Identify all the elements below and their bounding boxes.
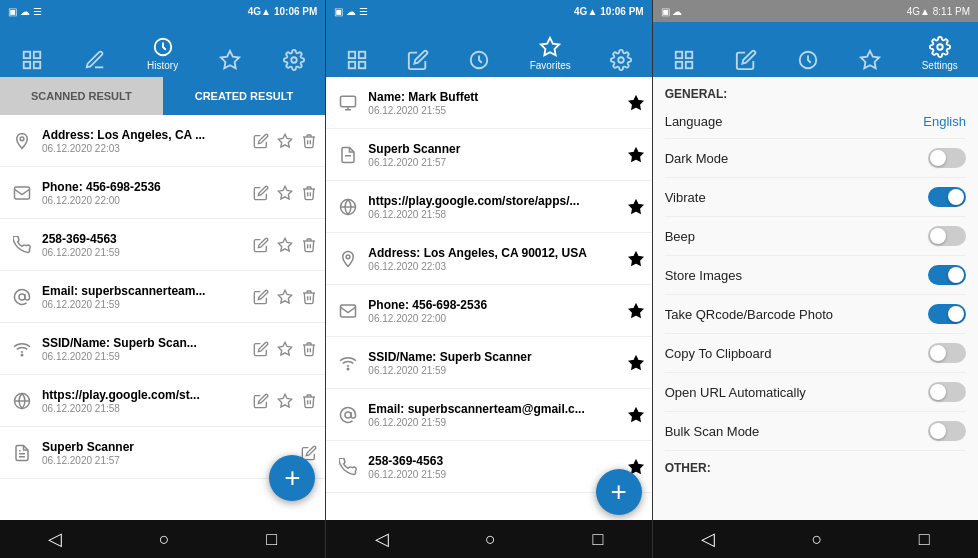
star-filled-icon[interactable] xyxy=(628,147,644,163)
item-date: 06.12.2020 21:59 xyxy=(42,247,253,258)
back-button[interactable]: ◁ xyxy=(375,528,389,550)
fab-button-2[interactable]: + xyxy=(596,469,642,515)
svg-point-37 xyxy=(346,254,350,258)
delete-icon[interactable] xyxy=(301,237,317,253)
star-filled-icon[interactable] xyxy=(628,407,644,423)
bulk-scan-toggle[interactable] xyxy=(928,421,966,441)
take-photo-toggle[interactable] xyxy=(928,304,966,324)
network-indicator: 4G▲ xyxy=(574,6,597,17)
tab-created[interactable]: CREATED RESULT xyxy=(163,77,326,115)
item-icon-wifi xyxy=(334,354,362,372)
svg-rect-1 xyxy=(33,52,39,58)
delete-icon[interactable] xyxy=(301,185,317,201)
svg-rect-9 xyxy=(15,187,30,199)
edit-icon[interactable] xyxy=(253,393,269,409)
edit-icon[interactable] xyxy=(253,289,269,305)
delete-icon[interactable] xyxy=(301,133,317,149)
item-icon-wifi xyxy=(8,340,36,358)
nav-scan[interactable] xyxy=(338,49,376,71)
recent-button[interactable]: □ xyxy=(592,529,603,550)
list-item[interactable]: Superb Scanner 06.12.2020 21:57 + xyxy=(0,427,325,479)
item-content: 258-369-4563 06.12.2020 21:59 xyxy=(362,454,627,480)
nav-create[interactable] xyxy=(727,49,765,71)
nav-favorites[interactable] xyxy=(851,49,889,71)
star-icon[interactable] xyxy=(277,133,293,149)
edit-icon[interactable] xyxy=(253,341,269,357)
nav-create[interactable] xyxy=(399,49,437,71)
list-item[interactable]: Address: Los Angeles, CA 90012, USA 06.1… xyxy=(326,233,651,285)
nav-history[interactable] xyxy=(460,49,498,71)
list-item[interactable]: SSID/Name: Superb Scanner 06.12.2020 21:… xyxy=(326,337,651,389)
item-date: 06.12.2020 22:03 xyxy=(368,261,627,272)
item-content: Superb Scanner 06.12.2020 21:57 xyxy=(36,440,301,466)
delete-icon[interactable] xyxy=(301,393,317,409)
item-icon-email xyxy=(8,184,36,202)
star-filled-icon[interactable] xyxy=(628,303,644,319)
list-item[interactable]: Address: Los Angeles, CA ... 06.12.2020 … xyxy=(0,115,325,167)
recent-button[interactable]: □ xyxy=(266,529,277,550)
store-images-toggle[interactable] xyxy=(928,265,966,285)
back-button[interactable]: ◁ xyxy=(701,528,715,550)
nav-history[interactable] xyxy=(789,49,827,71)
darkmode-toggle[interactable] xyxy=(928,148,966,168)
nav-history[interactable]: History xyxy=(139,36,186,71)
svg-rect-48 xyxy=(676,62,682,68)
star-icon[interactable] xyxy=(277,341,293,357)
delete-icon[interactable] xyxy=(301,289,317,305)
nav-settings-active[interactable]: Settings xyxy=(914,36,966,71)
beep-toggle[interactable] xyxy=(928,226,966,246)
status-left-icons: ▣ ☁ ☰ xyxy=(334,6,368,17)
item-actions xyxy=(628,407,644,423)
fab-button[interactable]: + xyxy=(269,455,315,501)
home-button[interactable]: ○ xyxy=(811,529,822,550)
nav-settings[interactable] xyxy=(602,49,640,71)
edit-icon[interactable] xyxy=(253,185,269,201)
star-filled-icon[interactable] xyxy=(628,199,644,215)
list-item[interactable]: 258-369-4563 06.12.2020 21:59 + xyxy=(326,441,651,493)
svg-rect-24 xyxy=(359,62,365,68)
item-title: 258-369-4563 xyxy=(42,232,253,246)
list-item[interactable]: SSID/Name: Superb Scan... 06.12.2020 21:… xyxy=(0,323,325,375)
home-button[interactable]: ○ xyxy=(485,529,496,550)
svg-point-27 xyxy=(618,57,624,63)
list-item[interactable]: Phone: 456-698-2536 06.12.2020 22:00 xyxy=(326,285,651,337)
star-filled-icon[interactable] xyxy=(628,95,644,111)
edit-icon[interactable] xyxy=(253,133,269,149)
copy-clipboard-toggle[interactable] xyxy=(928,343,966,363)
recent-button[interactable]: □ xyxy=(919,529,930,550)
nav-favorites[interactable]: Favorites xyxy=(522,36,579,71)
list-item[interactable]: Email: superbscannerteam... 06.12.2020 2… xyxy=(0,271,325,323)
history-panel: ▣ ☁ ☰ 4G▲ 10:06 PM History SCANNED xyxy=(0,0,326,558)
tab-scanned[interactable]: SCANNED RESULT xyxy=(0,77,163,115)
open-url-toggle[interactable] xyxy=(928,382,966,402)
nav-create[interactable] xyxy=(76,49,114,71)
star-icon[interactable] xyxy=(277,289,293,305)
list-item[interactable]: https://play.google.com/st... 06.12.2020… xyxy=(0,375,325,427)
home-button[interactable]: ○ xyxy=(159,529,170,550)
star-icon[interactable] xyxy=(277,393,293,409)
back-button[interactable]: ◁ xyxy=(48,528,62,550)
list-item[interactable]: Phone: 456-698-2536 06.12.2020 22:00 xyxy=(0,167,325,219)
settings-row-vibrate: Vibrate xyxy=(665,178,966,217)
svg-marker-26 xyxy=(541,38,559,55)
nav-settings[interactable] xyxy=(275,49,313,71)
star-icon[interactable] xyxy=(277,237,293,253)
svg-marker-13 xyxy=(279,290,292,303)
item-date: 06.12.2020 21:58 xyxy=(368,209,627,220)
nav-favorites[interactable] xyxy=(211,49,249,71)
star-icon[interactable] xyxy=(277,185,293,201)
star-filled-icon[interactable] xyxy=(628,251,644,267)
edit-icon[interactable] xyxy=(253,237,269,253)
list-item[interactable]: Name: Mark Buffett 06.12.2020 21:55 xyxy=(326,77,651,129)
list-item[interactable]: https://play.google.com/store/apps/... 0… xyxy=(326,181,651,233)
star-filled-icon[interactable] xyxy=(628,355,644,371)
svg-rect-21 xyxy=(349,52,355,58)
delete-icon[interactable] xyxy=(301,341,317,357)
nav-scan[interactable] xyxy=(13,49,51,71)
nav-scan[interactable] xyxy=(665,49,703,71)
item-icon-phone2 xyxy=(334,458,362,476)
list-item[interactable]: Email: superbscannerteam@gmail.c... 06.1… xyxy=(326,389,651,441)
list-item[interactable]: 258-369-4563 06.12.2020 21:59 xyxy=(0,219,325,271)
vibrate-toggle[interactable] xyxy=(928,187,966,207)
list-item[interactable]: Superb Scanner 06.12.2020 21:57 xyxy=(326,129,651,181)
